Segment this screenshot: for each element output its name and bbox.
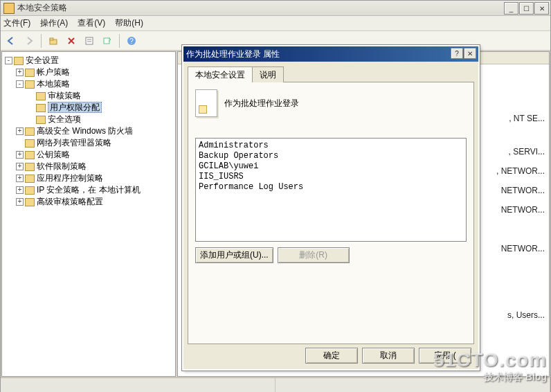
member-item[interactable]: IIS_IUSRS (199, 172, 463, 182)
dialog-titlebar[interactable]: 作为批处理作业登录 属性 ? ✕ (183, 46, 478, 62)
tree-item[interactable]: -本地策略审核策略用户权限分配安全选项 (16, 78, 174, 125)
tree-item[interactable]: 网络列表管理器策略 (16, 137, 174, 149)
titlebar: 本地安全策略 _ ☐ ✕ (1, 1, 550, 16)
svg-rect-5 (104, 38, 109, 44)
menu-help[interactable]: 帮助(H) (115, 17, 143, 29)
dialog-close-button[interactable]: ✕ (464, 48, 476, 59)
window-title: 本地安全策略 (17, 2, 67, 14)
tree-item[interactable]: 用户权限分配 (27, 102, 174, 114)
dialog-help-button[interactable]: ? (451, 48, 463, 59)
svg-rect-2 (86, 37, 93, 44)
member-item[interactable]: GCILAB\yuwei (199, 161, 463, 172)
tree-item[interactable]: +公钥策略 (16, 149, 174, 161)
menu-file[interactable]: 文件(F) (3, 17, 30, 29)
members-listbox[interactable]: AdministratorsBackup OperatorsGCILAB\yuw… (195, 138, 467, 242)
tree-item[interactable]: +应用程序控制策略 (16, 172, 174, 184)
export-icon[interactable] (100, 33, 115, 48)
tab-local-security[interactable]: 本地安全设置 (188, 66, 253, 82)
close-button[interactable]: ✕ (534, 2, 549, 15)
tree-pane[interactable]: -安全设置 +帐户策略-本地策略审核策略用户权限分配安全选项+高级安全 Wind… (1, 51, 176, 377)
maximize-button[interactable]: ☐ (519, 2, 534, 15)
tree-item[interactable]: 安全选项 (27, 114, 174, 125)
tree-root[interactable]: -安全设置 +帐户策略-本地策略审核策略用户权限分配安全选项+高级安全 Wind… (5, 55, 174, 208)
menu-action[interactable]: 操作(A) (40, 17, 68, 29)
member-item[interactable]: Administrators (199, 141, 463, 151)
minimize-button[interactable]: _ (504, 2, 518, 15)
delete-icon[interactable] (64, 33, 79, 48)
back-icon[interactable] (3, 33, 19, 48)
tree-item[interactable]: +软件限制策略 (16, 161, 174, 172)
dialog-title: 作为批处理作业登录 属性 (186, 48, 280, 60)
tree-item[interactable]: 审核策略 (27, 90, 174, 102)
add-user-button[interactable]: 添加用户或组(U)... (195, 247, 273, 263)
tab-explain[interactable]: 说明 (252, 66, 284, 82)
policy-icon (195, 89, 217, 117)
member-item[interactable]: Performance Log Users (199, 182, 463, 193)
up-icon[interactable] (46, 33, 61, 48)
app-icon (3, 3, 15, 14)
cancel-button[interactable]: 取消 (362, 348, 415, 364)
properties-icon[interactable] (82, 33, 97, 48)
member-item[interactable]: Backup Operators (199, 151, 463, 161)
ok-button[interactable]: 确定 (305, 348, 358, 364)
forward-icon[interactable] (21, 33, 37, 48)
help-icon[interactable]: ? (124, 33, 139, 48)
menubar: 文件(F) 操作(A) 查看(V) 帮助(H) (1, 16, 550, 31)
tree-item[interactable]: +帐户策略 (16, 66, 174, 78)
remove-button[interactable]: 删除(R) (278, 247, 350, 263)
svg-rect-1 (50, 38, 53, 40)
watermark: 51CTO.com 技术博客 Blog (433, 349, 547, 384)
svg-text:?: ? (129, 37, 134, 45)
tree-item[interactable]: +IP 安全策略，在 本地计算机 (16, 184, 174, 196)
properties-dialog: 作为批处理作业登录 属性 ? ✕ 本地安全设置 说明 作为批处理作业登录 Adm… (182, 45, 480, 371)
menu-view[interactable]: 查看(V) (78, 17, 105, 29)
policy-heading: 作为批处理作业登录 (224, 98, 299, 109)
tree-item[interactable]: +高级审核策略配置 (16, 196, 174, 208)
tree-item[interactable]: +高级安全 Windows 防火墙 (16, 125, 174, 137)
